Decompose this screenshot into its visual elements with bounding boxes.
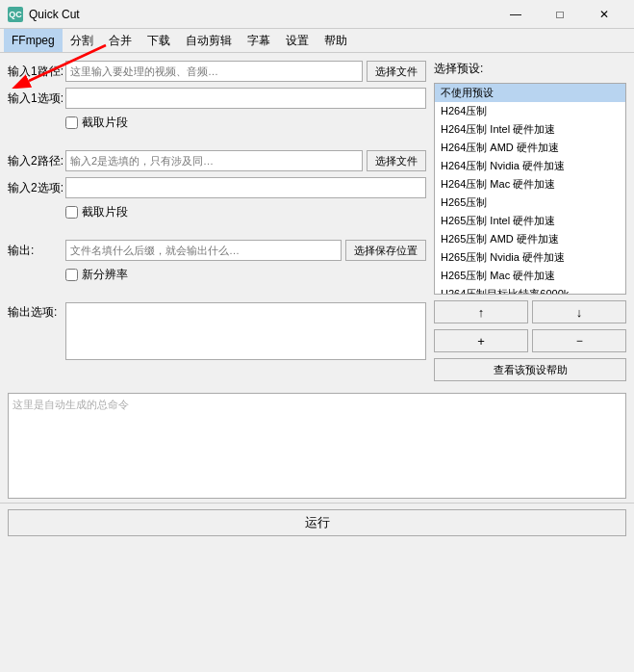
input1-options-field[interactable] [65, 88, 426, 109]
output-options-row: 输出选项: [8, 302, 426, 360]
preset-up-button[interactable]: ↑ [434, 300, 528, 323]
menu-item-帮助[interactable]: 帮助 [317, 29, 355, 52]
app-title: Quick Cut [29, 8, 494, 21]
menu-item-设置[interactable]: 设置 [278, 29, 317, 52]
input1-choose-button[interactable]: 选择文件 [367, 61, 426, 82]
clip2-label: 截取片段 [82, 204, 128, 220]
preset-item[interactable]: H264压制 Mac 硬件加速 [435, 175, 625, 194]
menu-item-合并[interactable]: 合并 [101, 29, 139, 52]
clip2-checkbox[interactable] [65, 206, 78, 219]
input2-options-label: 输入2选项: [8, 180, 65, 196]
input1-path-field[interactable] [65, 61, 363, 82]
preset-item[interactable]: H264压制 AMD 硬件加速 [435, 139, 625, 157]
clip2-row: 截取片段 [65, 204, 426, 220]
menu-item-字幕[interactable]: 字幕 [240, 29, 278, 52]
menu-item-FFmpeg[interactable]: FFmpeg [4, 29, 63, 52]
maximize-button[interactable]: □ [538, 0, 582, 29]
menu-item-自动剪辑[interactable]: 自动剪辑 [178, 29, 240, 52]
input1-path-row: 输入1路径: 选择文件 [8, 61, 426, 82]
close-button[interactable]: ✕ [582, 0, 626, 29]
preset-help-button[interactable]: 查看该预设帮助 [434, 358, 626, 381]
output-options-textarea[interactable] [65, 302, 426, 360]
preset-item[interactable]: H265压制 AMD 硬件加速 [435, 230, 625, 248]
preset-item[interactable]: 不使用预设 [435, 84, 625, 102]
output-label: 输出: [8, 243, 65, 259]
input2-options-field[interactable] [65, 177, 426, 198]
run-button[interactable]: 运行 [8, 509, 626, 536]
preset-item[interactable]: H265压制 Intel 硬件加速 [435, 212, 625, 230]
menu-item-下载[interactable]: 下载 [139, 29, 178, 52]
new-resolution-checkbox[interactable] [65, 269, 78, 281]
preset-label: 选择预设: [434, 61, 626, 77]
new-resolution-row: 新分辨率 [65, 267, 426, 283]
input1-options-label: 输入1选项: [8, 90, 65, 107]
output-field[interactable] [65, 240, 342, 261]
preset-item[interactable]: H265压制 [435, 194, 625, 212]
menu-item-分割[interactable]: 分割 [63, 29, 101, 52]
output-options-label: 输出选项: [8, 302, 65, 321]
clip1-checkbox[interactable] [65, 116, 78, 129]
preset-item[interactable]: H265压制 Nvidia 硬件加速 [435, 248, 625, 267]
input2-path-field[interactable] [65, 150, 363, 171]
preset-remove-button[interactable]: － [532, 329, 626, 352]
preset-item[interactable]: H264压制目标比特率6000k [435, 285, 625, 295]
preset-list[interactable]: 不使用预设H264压制H264压制 Intel 硬件加速H264压制 AMD 硬… [434, 83, 626, 295]
left-panel: 输入1路径: 选择文件 输入1选项: 截取片段 输入2路径: 选择文件 输入2选… [8, 61, 426, 381]
new-resolution-label: 新分辨率 [82, 267, 128, 283]
input2-options-row: 输入2选项: [8, 177, 426, 198]
preset-arrows: ↑ ↓ [434, 300, 626, 323]
window-controls: — □ ✕ [494, 0, 626, 29]
input1-path-label: 输入1路径: [8, 64, 65, 80]
preset-item[interactable]: H265压制 Mac 硬件加速 [435, 267, 625, 285]
preset-add-button[interactable]: + [434, 329, 528, 352]
output-row: 输出: 选择保存位置 [8, 240, 426, 261]
command-area: 这里是自动生成的总命令 [8, 393, 626, 499]
preset-add-remove: + － [434, 329, 626, 352]
input2-path-row: 输入2路径: 选择文件 [8, 150, 426, 171]
command-placeholder: 这里是自动生成的总命令 [13, 399, 129, 410]
title-bar: QC Quick Cut — □ ✕ [0, 0, 634, 29]
run-section: 运行 [0, 503, 634, 541]
right-panel: 选择预设: 不使用预设H264压制H264压制 Intel 硬件加速H264压制… [434, 61, 626, 381]
menu-bar: FFmpeg分割合并下载自动剪辑字幕设置帮助 [0, 29, 634, 53]
output-choose-button[interactable]: 选择保存位置 [345, 240, 426, 261]
preset-item[interactable]: H264压制 Intel 硬件加速 [435, 120, 625, 139]
preset-item[interactable]: H264压制 Nvidia 硬件加速 [435, 157, 625, 175]
app-icon: QC [8, 7, 23, 22]
clip1-label: 截取片段 [82, 115, 128, 131]
input2-path-label: 输入2路径: [8, 153, 65, 169]
input2-choose-button[interactable]: 选择文件 [367, 150, 426, 171]
minimize-button[interactable]: — [494, 0, 538, 29]
clip1-row: 截取片段 [65, 115, 426, 131]
preset-item[interactable]: H264压制 [435, 102, 625, 120]
input1-options-row: 输入1选项: [8, 88, 426, 109]
preset-down-button[interactable]: ↓ [532, 300, 626, 323]
